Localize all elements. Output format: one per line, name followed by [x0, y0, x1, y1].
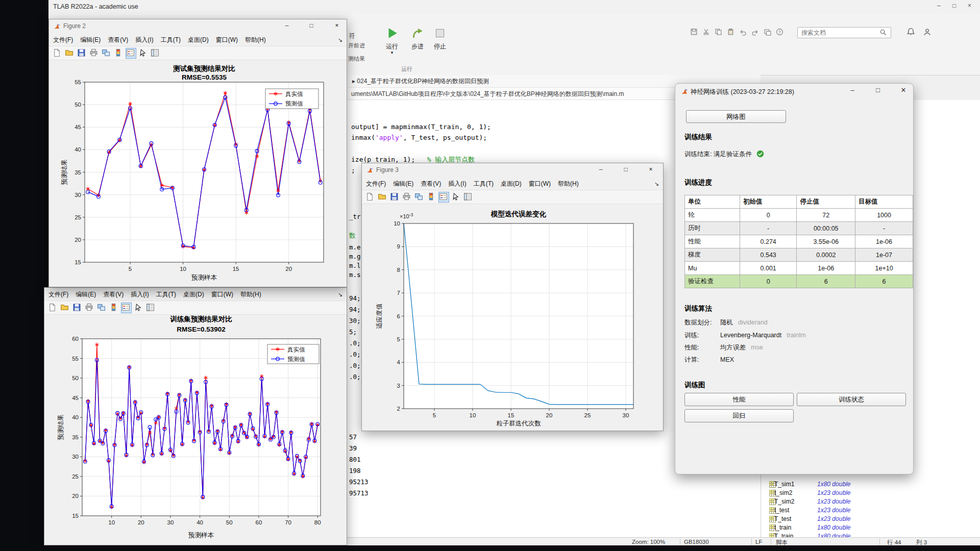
result-text: 训练结束: 满足验证条件: [684, 151, 752, 158]
cell-value: 0.001: [740, 262, 797, 275]
quick-access-toolbar: ?: [690, 28, 783, 37]
code-fragment: .0;: [349, 350, 361, 358]
save-icon[interactable]: [690, 28, 698, 36]
run-caret-icon: ▼: [380, 51, 404, 55]
svg-text:预测样本: 预测样本: [191, 274, 217, 281]
svg-text:5: 5: [433, 412, 436, 418]
results-heading: 训练结果: [684, 133, 712, 142]
stop-icon: [433, 33, 447, 41]
svg-text:40: 40: [72, 414, 79, 420]
help-icon[interactable]: ?: [776, 28, 783, 36]
svg-text:55: 55: [72, 356, 79, 362]
svg-text:30: 30: [75, 192, 81, 198]
svg-text:7: 7: [397, 290, 400, 296]
svg-text:10: 10: [394, 220, 400, 227]
svg-text:适应度值: 适应度值: [376, 304, 383, 329]
pso-chart-canvas: 510152025302345678910模型迭代误差变化粒子群迭代次数适应度值…: [362, 163, 664, 431]
cell-value: 0: [740, 209, 797, 222]
account-icon[interactable]: [923, 28, 932, 38]
switch-window-icon[interactable]: [764, 28, 771, 36]
plot-button-训练状态[interactable]: 训练状态: [797, 393, 906, 406]
figure-window-train[interactable]: ↘文件(F)编辑(E)查看(V)插入(I)工具(T)桌面(D)窗口(W)帮助(H…: [44, 287, 347, 545]
search-icon[interactable]: [879, 29, 887, 38]
notifications-bell-icon[interactable]: [906, 28, 915, 38]
run-label: 运行: [380, 42, 404, 51]
svg-text:模型迭代误差变化: 模型迭代误差变化: [491, 210, 547, 218]
code-line-1: inmax('apply', T_test, ps_output);: [351, 134, 487, 141]
svg-text:预测值: 预测值: [287, 356, 305, 362]
taskbar[interactable]: [0, 545, 980, 551]
minimize-icon[interactable]: –: [937, 2, 941, 9]
column-header: 停止值: [797, 195, 855, 209]
train-chart-canvas: 102030405060708015202530354045505560训练集预…: [44, 288, 347, 545]
svg-text:?: ?: [778, 30, 781, 35]
svg-text:25: 25: [72, 473, 79, 480]
code-line-0: output] = mapminmax(T_train, 0, 1);: [351, 123, 491, 131]
test-chart-canvas: 5101520152025303540455055测试集预测结果对比RMSE=0…: [49, 19, 347, 287]
code-fragment: 5;: [349, 328, 357, 336]
workspace-row[interactable]: T_test1x23 double: [761, 515, 980, 523]
plot-button-回归[interactable]: 回归: [684, 409, 794, 422]
workspace-row[interactable]: t_sim21x23 double: [761, 489, 980, 497]
svg-text:10: 10: [180, 266, 186, 272]
close-icon[interactable]: ×: [968, 2, 971, 9]
matlab-logo-icon: [681, 87, 689, 97]
figure-window-3[interactable]: Figure 3 – □ × ↘文件(F)编辑(E)查看(V)插入(I)工具(T…: [361, 163, 664, 431]
table-row: 性能0.2743.55e-061e-06: [685, 235, 913, 248]
step-button[interactable]: 步进: [406, 27, 429, 51]
variable-type: 1x23 double: [817, 515, 850, 522]
svg-text:40: 40: [197, 519, 203, 525]
redo-icon[interactable]: [751, 28, 759, 36]
svg-text:35: 35: [75, 169, 81, 176]
paste-icon[interactable]: [727, 28, 734, 36]
nn-training-window[interactable]: 神经网络训练 (2023-03-27 22:19:28) – □ ✕ 网络图 训…: [675, 83, 914, 474]
cell-value: 0.543: [740, 248, 797, 262]
svg-text:30: 30: [623, 412, 629, 418]
search-box[interactable]: [797, 27, 891, 38]
step-label: 步进: [406, 42, 429, 51]
training-progress-table: 单位初始值停止值目标值轮0721000历时-00:00:05-性能0.2743.…: [684, 195, 913, 288]
svg-text:25: 25: [584, 412, 591, 418]
run-button[interactable]: 运行 ▼: [380, 27, 404, 55]
cell-value: 72: [797, 209, 855, 222]
svg-text:3: 3: [397, 383, 400, 389]
cell-value: 1e+10: [855, 262, 913, 275]
code-fragment: 94;: [349, 294, 361, 302]
restore-icon[interactable]: □: [952, 2, 956, 9]
svg-text:预测结果: 预测结果: [61, 160, 68, 186]
figure-window-2[interactable]: Figure 2 – □ × ↘文件(F)编辑(E)查看(V)插入(I)工具(T…: [48, 19, 347, 287]
svg-text:55: 55: [75, 79, 81, 85]
status-eol: LF: [755, 539, 762, 545]
code-fragment: m.l: [349, 262, 361, 269]
svg-text:40: 40: [75, 146, 81, 153]
workspace-row[interactable]: t_train1x80 double: [761, 523, 980, 532]
close-icon[interactable]: ✕: [895, 86, 912, 94]
search-input[interactable]: [800, 28, 879, 37]
copy-icon[interactable]: [715, 28, 722, 36]
algorithms-heading: 训练算法: [684, 304, 712, 313]
svg-text:×10-3: ×10-3: [400, 212, 413, 219]
code-fragment: .0;: [349, 362, 361, 369]
output-value: 39: [349, 444, 357, 452]
ribbon-fragment-2: 并前进: [348, 42, 365, 49]
undo-icon[interactable]: [739, 28, 747, 36]
workspace-row[interactable]: t_test1x23 double: [761, 506, 980, 515]
svg-text:50: 50: [72, 375, 79, 381]
cell-value: 1e-06: [855, 235, 913, 248]
plot-button-性能[interactable]: 性能: [684, 393, 794, 406]
cut-icon[interactable]: [702, 28, 710, 36]
minimize-icon[interactable]: –: [844, 86, 861, 94]
breadcrumb-text: 024_基于粒子群优化BP神经网络的数据回归预测: [357, 78, 489, 85]
variable-name: t_train: [774, 524, 791, 531]
cell-value: 1e-07: [855, 248, 913, 262]
svg-text:RMSE=0.53902: RMSE=0.53902: [177, 325, 226, 333]
maximize-icon[interactable]: □: [869, 86, 887, 94]
svg-text:25: 25: [75, 214, 81, 220]
variable-name: t_test: [774, 507, 789, 514]
matlab-window-title: TLAB R2022a - academic use: [53, 3, 138, 10]
workspace-row[interactable]: T_sim11x80 double: [761, 480, 980, 489]
workspace-row[interactable]: T_sim21x23 double: [761, 497, 980, 506]
network-diagram-button[interactable]: 网络图: [686, 110, 786, 123]
stop-button[interactable]: 停止: [429, 27, 451, 51]
svg-text:35: 35: [72, 434, 79, 440]
